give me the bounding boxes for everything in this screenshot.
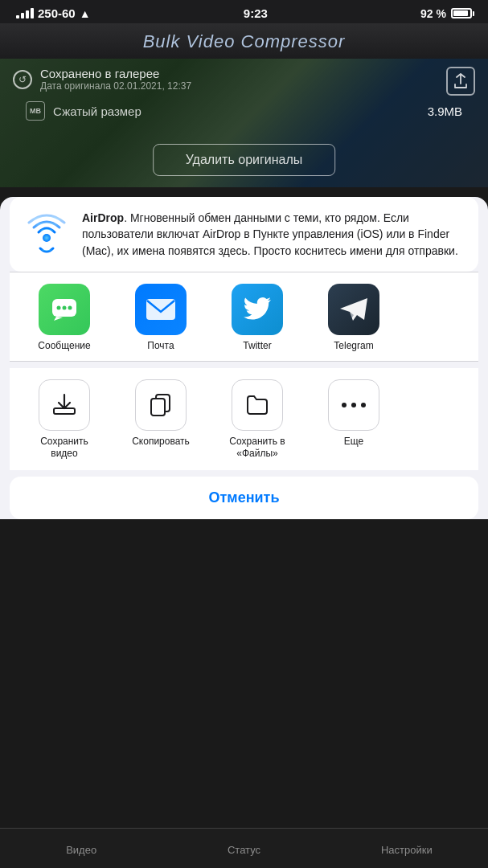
more-icon	[328, 379, 379, 431]
save-video-icon	[39, 379, 90, 431]
cancel-button[interactable]: Отменить	[10, 477, 478, 519]
save-video-label: Сохранитьвидео	[40, 436, 88, 461]
apps-section: Сообщение Почта Twitter	[10, 272, 478, 361]
action-save-video[interactable]: Сохранитьвидео	[16, 379, 113, 461]
carrier-label: 250-60	[38, 6, 76, 20]
status-left: 250-60 ▲	[16, 6, 91, 20]
airdrop-section: AirDrop. Мгновенный обмен данными с теми…	[10, 197, 478, 272]
mail-icon	[135, 284, 187, 335]
svg-point-11	[342, 403, 347, 407]
app-item-mail[interactable]: Почта	[113, 284, 209, 351]
airdrop-text: AirDrop. Мгновенный обмен данными с теми…	[82, 210, 465, 259]
date-label: Дата оригинала 02.01.2021, 12:37	[40, 80, 191, 92]
nav-item-video[interactable]: Видео	[0, 841, 162, 856]
copy-icon	[135, 379, 187, 431]
svg-point-13	[361, 403, 366, 407]
svg-point-6	[68, 305, 72, 309]
video-area: ↺ Сохранено в галерее Дата оригинала 02.…	[0, 59, 488, 187]
svg-point-12	[351, 403, 356, 407]
saved-icon: ↺	[13, 70, 32, 89]
delete-originals-button[interactable]: Удалить оригиналы	[153, 144, 336, 176]
battery-container	[451, 8, 472, 18]
saved-row: ↺ Сохранено в галерее Дата оригинала 02.…	[13, 67, 475, 92]
size-row: MB Сжатый размер 3.9MB	[13, 95, 475, 127]
size-left: MB Сжатый размер	[26, 101, 141, 121]
nav-video-label: Видео	[66, 844, 96, 856]
copy-label: Скопировать	[132, 436, 190, 448]
signal-bar-3	[26, 10, 29, 18]
status-right: 92 %	[420, 7, 472, 20]
action-save-files[interactable]: Сохранить в«Файлы»	[209, 379, 306, 461]
twitter-icon	[232, 284, 283, 335]
share-icon-button[interactable]	[446, 67, 475, 96]
wifi-icon: ▲	[80, 7, 91, 20]
app-title: Bulk Video Compressor	[0, 31, 488, 52]
section-gap	[0, 362, 488, 368]
telegram-icon	[328, 284, 379, 335]
compressed-label: Сжатый размер	[53, 104, 141, 118]
battery-icon	[451, 8, 472, 18]
save-files-icon	[232, 379, 283, 431]
more-label: Еще	[344, 436, 363, 448]
twitter-label: Twitter	[243, 340, 271, 351]
airdrop-icon	[23, 210, 71, 258]
svg-point-5	[63, 305, 67, 309]
signal-bar-1	[16, 15, 19, 18]
saved-label: Сохранено в галерее	[40, 67, 191, 80]
messages-label: Сообщение	[38, 340, 90, 351]
compressed-size: 3.9MB	[428, 104, 462, 118]
action-copy[interactable]: Скопировать	[113, 379, 209, 461]
status-bar: 250-60 ▲ 9:23 92 %	[0, 0, 488, 23]
airdrop-name: AirDrop	[82, 211, 124, 224]
airdrop-description: . Мгновенный обмен данными с теми, кто р…	[82, 211, 458, 257]
nav-settings-label: Настройки	[381, 844, 433, 856]
svg-point-4	[57, 305, 61, 309]
app-item-messages[interactable]: Сообщение	[16, 284, 113, 351]
telegram-label: Telegram	[334, 340, 373, 351]
messages-icon	[39, 284, 90, 335]
bottom-nav: Видео Статус Настройки	[0, 828, 488, 868]
saved-info: Сохранено в галерее Дата оригинала 02.01…	[40, 67, 191, 92]
delete-btn-container: Удалить оригиналы	[153, 144, 336, 176]
mail-label: Почта	[147, 340, 174, 351]
cancel-section: Отменить	[10, 477, 478, 519]
nav-status-label: Статус	[228, 844, 260, 856]
signal-bars	[16, 8, 34, 18]
svg-rect-10	[151, 399, 165, 416]
signal-bar-2	[21, 13, 24, 18]
battery-percent: 92 %	[420, 7, 446, 20]
nav-item-settings[interactable]: Настройки	[326, 841, 488, 856]
actions-section: Сохранитьвидео Скопировать Сохранить в«Ф…	[10, 368, 478, 470]
svg-rect-7	[146, 299, 175, 320]
save-files-label: Сохранить в«Файлы»	[229, 436, 285, 461]
video-info-panel: ↺ Сохранено в галерее Дата оригинала 02.…	[0, 59, 488, 135]
battery-fill	[453, 10, 468, 16]
nav-item-status[interactable]: Статус	[162, 841, 325, 856]
app-header: Bulk Video Compressor	[0, 23, 488, 59]
signal-bar-4	[31, 8, 34, 18]
action-more[interactable]: Еще	[306, 379, 402, 461]
app-item-telegram[interactable]: Telegram	[306, 284, 402, 351]
share-sheet: AirDrop. Мгновенный обмен данными с теми…	[0, 197, 488, 519]
app-item-twitter[interactable]: Twitter	[209, 284, 306, 351]
clock: 9:23	[244, 6, 268, 20]
size-icon: MB	[26, 101, 45, 121]
